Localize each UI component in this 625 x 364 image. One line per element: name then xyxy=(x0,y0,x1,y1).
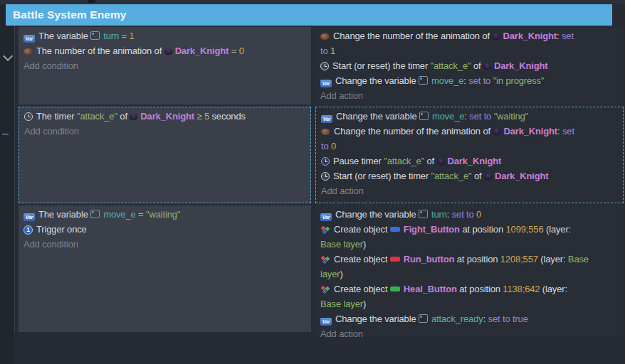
action-row[interactable]: Change the variable move_e: set to "in p… xyxy=(320,73,619,88)
text-segment: 1138;642 xyxy=(503,284,540,294)
action-row[interactable]: Change the variable attack_ready: set to… xyxy=(320,311,619,326)
trigger-once-icon xyxy=(23,225,33,235)
var-badge-icon xyxy=(23,35,35,43)
text-segment: Base layer xyxy=(320,239,363,250)
event-3-actions[interactable]: Change the variable turn: set to 0Create… xyxy=(315,205,624,336)
var-badge-icon xyxy=(320,80,332,87)
group-title: Battle System Enemy xyxy=(6,9,127,21)
text-segment: turn xyxy=(103,31,119,41)
action-row[interactable]: Create object Heal_Button at position 11… xyxy=(320,282,619,311)
text-segment: ) xyxy=(340,269,342,279)
text-segment: "waiting" xyxy=(494,111,528,122)
text-segment: Dark_Knight xyxy=(503,126,557,136)
text-segment: to xyxy=(321,141,331,151)
knight-icon xyxy=(483,63,491,70)
text-segment: move_e xyxy=(103,209,135,220)
tag-icon xyxy=(419,76,428,85)
text-segment: "waiting" xyxy=(146,209,180,220)
event-2-conditions[interactable]: The timer "attack_e" of Dark_Knight ≥ 5 … xyxy=(19,107,311,203)
text-segment: "in progress" xyxy=(493,75,545,86)
text-segment: 1 xyxy=(330,46,335,56)
chip-red-icon xyxy=(390,257,400,262)
text-segment: Dark_Knight xyxy=(495,171,549,181)
text-segment: set to xyxy=(469,111,491,122)
text-segment: ≥ xyxy=(194,111,204,122)
text-segment: of xyxy=(471,60,483,71)
text-segment: set xyxy=(562,31,574,41)
text-segment: layer xyxy=(320,269,340,279)
text-segment: Start (or reset) the timer xyxy=(332,60,431,71)
text-segment: The number of the animation of xyxy=(36,46,164,56)
text-segment: seconds xyxy=(209,111,246,122)
text-segment: at position xyxy=(454,254,500,264)
text-segment: move_e xyxy=(431,75,463,86)
condition-row[interactable]: The variable turn = 1 xyxy=(23,28,307,43)
action-row[interactable]: Create object Run_button at position 120… xyxy=(320,252,619,282)
create-object-icon xyxy=(320,286,330,294)
text-segment: set to true xyxy=(488,314,528,324)
text-segment: move_e xyxy=(432,111,464,122)
text-segment: Dark_Knight xyxy=(140,111,194,122)
timer-icon xyxy=(24,112,33,121)
text-segment: Create object xyxy=(334,254,390,264)
var-badge-icon xyxy=(23,213,35,221)
event-2-actions[interactable]: Change the variable move_e: set to "wait… xyxy=(315,107,624,203)
add-action-link[interactable]: Add action xyxy=(320,88,619,103)
var-badge-icon xyxy=(320,213,332,221)
add-condition-link[interactable]: Add condition xyxy=(24,124,306,139)
action-row[interactable]: Start (or reset) the timer "attack_e" of… xyxy=(321,168,619,183)
group-indent-line xyxy=(14,26,15,333)
condition-row[interactable]: Trigger once xyxy=(23,222,307,237)
text-segment: of xyxy=(471,171,483,181)
action-row[interactable]: Change the number of the animation of Da… xyxy=(320,28,619,58)
text-segment: Dark_Knight xyxy=(175,46,229,56)
text-segment: of xyxy=(117,111,130,122)
text-segment: Change the variable xyxy=(335,75,419,86)
add-condition-link[interactable]: Add condition xyxy=(23,237,307,252)
create-object-icon xyxy=(320,226,330,234)
text-segment: Dark_Knight xyxy=(503,31,557,41)
text-segment: "attack_e" xyxy=(431,60,471,71)
text-segment: The variable xyxy=(38,31,90,41)
text-segment: at position xyxy=(457,284,503,294)
condition-row[interactable]: The timer "attack_e" of Dark_Knight ≥ 5 … xyxy=(24,109,306,124)
var-badge-icon xyxy=(321,115,332,123)
text-segment: set to xyxy=(468,75,490,86)
text-segment: ) xyxy=(363,299,366,309)
top-notch xyxy=(88,0,95,3)
text-segment: (layer: xyxy=(544,224,572,235)
action-row[interactable]: Change the variable move_e: set to "wait… xyxy=(321,109,619,124)
text-segment: Create object xyxy=(334,224,390,235)
condition-row[interactable]: The number of the animation of Dark_Knig… xyxy=(23,43,307,58)
text-segment: Create object xyxy=(334,284,390,294)
action-row[interactable]: Change the number of the animation of Da… xyxy=(321,124,619,154)
text-segment: : xyxy=(483,314,488,324)
event-1-actions[interactable]: Change the number of the animation of Da… xyxy=(315,27,624,105)
text-segment: attack_ready xyxy=(431,314,483,324)
condition-row[interactable]: The variable move_e = "waiting" xyxy=(23,207,307,222)
add-condition-link[interactable]: Add condition xyxy=(23,58,307,73)
add-action-link[interactable]: Add action xyxy=(321,183,619,198)
tag-icon xyxy=(419,210,428,218)
action-row[interactable]: Pause timer "attack_e" of Dark_Knight xyxy=(321,154,619,168)
action-row[interactable]: Create object Fight_Button at position 1… xyxy=(320,222,619,252)
text-segment: The timer xyxy=(36,111,77,122)
text-segment: Start (or reset) the timer xyxy=(333,171,431,181)
text-segment: Pause timer xyxy=(333,156,384,166)
text-segment: 0 xyxy=(239,46,244,56)
event-group-header[interactable]: Battle System Enemy xyxy=(6,4,612,26)
text-segment: set to xyxy=(452,209,474,220)
text-segment: Change the number of the animation of xyxy=(334,126,493,136)
text-segment: 1208;557 xyxy=(500,254,538,264)
knight-icon xyxy=(492,33,500,40)
add-action-link[interactable]: Add action xyxy=(320,326,619,341)
action-row[interactable]: Change the variable turn: set to 0 xyxy=(320,207,619,222)
action-row[interactable]: Start (or reset) the timer "attack_e" of… xyxy=(320,58,619,73)
text-segment: Change the variable xyxy=(336,111,419,122)
chip-green-icon xyxy=(390,287,400,291)
text-segment: (layer: xyxy=(540,284,567,294)
knight-icon xyxy=(493,129,500,135)
event-3-conditions[interactable]: The variable move_e = "waiting"Trigger o… xyxy=(19,205,311,332)
event-1-conditions[interactable]: The variable turn = 1The number of the a… xyxy=(19,27,311,105)
text-segment: (layer: xyxy=(538,254,568,264)
